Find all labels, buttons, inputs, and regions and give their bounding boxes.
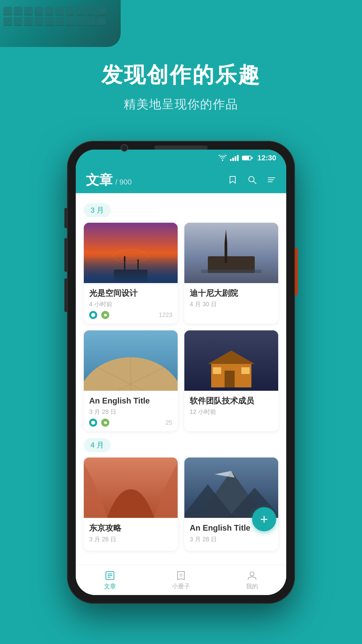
articles-grid-april: 东京攻略 3 月 28 日 — [76, 458, 286, 550]
header-count: / 900 — [115, 178, 132, 186]
promo-title: 发现创作的乐趣 — [0, 60, 362, 90]
article-info-2: 迪十尼大剧院 4 月 30 日 — [184, 283, 278, 316]
article-date-6: 3 月 28 日 — [190, 535, 273, 543]
articles-grid-march: 光是空间设计 4 小时前 — [76, 223, 286, 431]
svg-rect-7 — [114, 270, 147, 283]
article-card-2[interactable]: 迪十尼大剧院 4 月 30 日 — [184, 223, 278, 324]
profile-nav-icon — [247, 570, 257, 581]
svg-rect-27 — [213, 367, 221, 374]
search-icon[interactable] — [247, 175, 257, 184]
article-title-5: 东京攻略 — [89, 523, 172, 533]
header-main-title: 文章 — [86, 171, 113, 189]
phone-screen: 12:30 文章 / 900 — [76, 150, 286, 595]
svg-rect-12 — [184, 223, 278, 283]
phone-speaker — [154, 146, 208, 150]
article-info-4: 软件团队技术成员 12 小时前 — [184, 391, 278, 423]
article-card-3[interactable]: An English Title 3 月 28 日 — [84, 330, 178, 431]
svg-line-2 — [253, 181, 256, 184]
wechat-icon-3 — [101, 419, 109, 427]
share-icons-3 — [89, 419, 109, 427]
bookmark-icon[interactable] — [228, 175, 237, 184]
phone-button-vol-mute — [64, 208, 67, 228]
phone-button-vol-down — [64, 278, 67, 312]
nav-label-booklets: 小册子 — [172, 582, 190, 590]
article-meta-1: 1223 — [89, 311, 172, 319]
article-image-ship — [184, 223, 278, 283]
article-card-6[interactable]: An English Title 3 月 28 日 — [184, 458, 278, 550]
sort-icon[interactable] — [267, 175, 276, 184]
article-date-4: 12 小时前 — [190, 408, 273, 416]
app-ui: 12:30 文章 / 900 — [76, 150, 286, 595]
svg-point-22 — [91, 421, 95, 425]
app-header: 文章 / 900 — [76, 166, 286, 193]
nav-label-profile: 我的 — [246, 582, 258, 590]
article-card-1[interactable]: 光是空间设计 4 小时前 — [84, 223, 178, 324]
booklets-nav-icon — [176, 570, 186, 581]
article-title-4: 软件团队技术成员 — [190, 395, 273, 406]
status-bar: 12:30 — [76, 150, 286, 166]
share-icon-1a — [89, 311, 97, 319]
article-title-3: An English Title — [89, 395, 172, 406]
nav-label-articles: 文章 — [104, 582, 116, 590]
svg-rect-28 — [241, 367, 250, 374]
phone-mockup: 12:30 文章 / 900 — [67, 141, 295, 604]
share-icons-1 — [89, 311, 109, 319]
article-info-5: 东京攻略 3 月 28 日 — [84, 518, 178, 550]
wechat-icon-1 — [101, 311, 109, 319]
signal-icon — [230, 155, 239, 161]
nav-item-profile[interactable]: 我的 — [246, 570, 258, 590]
promo-section: 发现创作的乐趣 精美地呈现你的作品 — [0, 60, 362, 113]
svg-rect-9 — [137, 260, 139, 270]
articles-nav-icon — [105, 570, 115, 581]
promo-subtitle: 精美地呈现你的作品 — [0, 96, 362, 113]
nav-item-articles[interactable]: 文章 — [104, 570, 116, 590]
svg-rect-14 — [225, 243, 227, 263]
article-count-1: 1223 — [159, 312, 172, 319]
article-meta-3: 25 — [89, 419, 172, 427]
header-icons[interactable] — [228, 175, 276, 184]
section-april: 4 月 — [76, 435, 286, 550]
phone-button-vol-up — [64, 238, 67, 272]
phone-outer: 12:30 文章 / 900 — [67, 141, 295, 604]
fab-plus-icon: + — [260, 513, 268, 526]
article-date-1: 4 小时前 — [89, 300, 172, 308]
svg-rect-6 — [84, 223, 178, 283]
article-image-canyon — [84, 458, 178, 518]
article-image-sunset — [84, 223, 178, 283]
battery-icon — [242, 156, 251, 160]
article-card-4[interactable]: 软件团队技术成员 12 小时前 — [184, 330, 278, 431]
svg-rect-26 — [225, 371, 235, 387]
keyboard-decoration — [0, 0, 121, 47]
phone-camera — [121, 144, 128, 152]
bottom-nav: 文章 小册子 — [76, 565, 286, 595]
article-date-2: 4 月 30 日 — [190, 300, 273, 308]
nav-item-booklets[interactable]: 小册子 — [172, 570, 190, 590]
wifi-icon — [219, 155, 227, 161]
header-title: 文章 / 900 — [86, 171, 132, 189]
share-icon-3a — [89, 419, 97, 427]
article-title-2: 迪十尼大剧院 — [190, 288, 273, 298]
status-time: 12:30 — [257, 154, 276, 162]
svg-point-41 — [250, 572, 254, 576]
article-title-1: 光是空间设计 — [89, 288, 172, 298]
svg-point-11 — [91, 313, 95, 317]
article-count-3: 25 — [166, 419, 172, 426]
article-info-1: 光是空间设计 4 小时前 — [84, 283, 178, 324]
svg-point-0 — [222, 160, 223, 161]
status-icons: 12:30 — [219, 154, 276, 162]
article-date-5: 3 月 28 日 — [89, 535, 172, 543]
article-date-3: 3 月 28 日 — [89, 408, 172, 416]
svg-rect-16 — [201, 270, 261, 273]
fab-button[interactable]: + — [252, 507, 276, 531]
app-content[interactable]: 3 月 — [76, 193, 286, 565]
section-march: 3 月 — [76, 200, 286, 431]
month-label-april: 4 月 — [84, 438, 111, 452]
phone-button-power — [295, 248, 298, 295]
article-image-dome — [84, 330, 178, 391]
article-image-cabin — [184, 330, 278, 391]
article-info-3: An English Title 3 月 28 日 — [84, 391, 178, 431]
svg-rect-8 — [124, 256, 125, 270]
month-label-march: 3 月 — [84, 203, 111, 217]
article-card-5[interactable]: 东京攻略 3 月 28 日 — [84, 458, 178, 550]
